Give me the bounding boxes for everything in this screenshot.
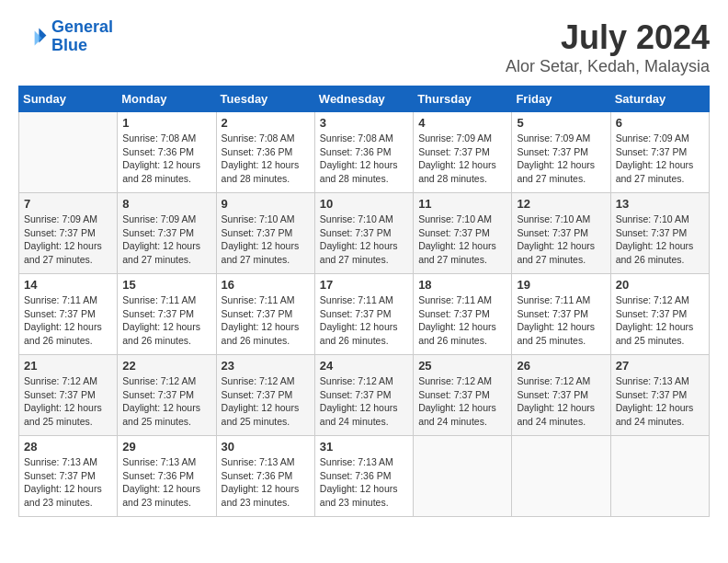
day-number: 2 [222,116,310,130]
day-number: 7 [24,197,112,211]
day-info: Sunrise: 7:09 AM Sunset: 7:37 PM Dayligh… [24,213,112,267]
day-number: 26 [517,359,605,373]
calendar-cell: 5Sunrise: 7:09 AM Sunset: 7:37 PM Daylig… [512,112,610,193]
day-number: 27 [616,359,704,373]
calendar-day-header: Tuesday [216,86,314,112]
calendar-day-header: Saturday [610,86,709,112]
day-info: Sunrise: 7:12 AM Sunset: 7:37 PM Dayligh… [616,293,704,348]
calendar-header-row: SundayMondayTuesdayWednesdayThursdayFrid… [19,86,710,112]
calendar-cell: 14Sunrise: 7:11 AM Sunset: 7:37 PM Dayli… [19,274,118,355]
day-number: 4 [418,116,506,130]
day-number: 20 [616,278,704,292]
calendar-cell: 3Sunrise: 7:08 AM Sunset: 7:36 PM Daylig… [314,112,413,193]
day-info: Sunrise: 7:12 AM Sunset: 7:37 PM Dayligh… [24,374,112,429]
day-number: 23 [222,359,310,373]
logo: General Blue [18,18,113,55]
calendar-cell: 26Sunrise: 7:12 AM Sunset: 7:37 PM Dayli… [512,355,610,436]
calendar-cell: 23Sunrise: 7:12 AM Sunset: 7:37 PM Dayli… [216,355,314,436]
calendar-cell [19,112,118,193]
day-info: Sunrise: 7:08 AM Sunset: 7:36 PM Dayligh… [320,132,408,186]
day-info: Sunrise: 7:12 AM Sunset: 7:37 PM Dayligh… [418,374,506,429]
logo-icon [18,22,48,52]
calendar-cell: 7Sunrise: 7:09 AM Sunset: 7:37 PM Daylig… [19,193,118,274]
day-info: Sunrise: 7:11 AM Sunset: 7:37 PM Dayligh… [320,293,408,348]
day-info: Sunrise: 7:11 AM Sunset: 7:37 PM Dayligh… [222,293,310,348]
logo-text: General Blue [51,18,113,55]
day-info: Sunrise: 7:12 AM Sunset: 7:37 PM Dayligh… [122,374,210,429]
day-info: Sunrise: 7:11 AM Sunset: 7:37 PM Dayligh… [24,293,112,348]
day-number: 5 [517,116,605,130]
day-info: Sunrise: 7:10 AM Sunset: 7:37 PM Dayligh… [616,213,704,267]
calendar-cell: 21Sunrise: 7:12 AM Sunset: 7:37 PM Dayli… [19,355,118,436]
page-header: General Blue July 2024 Alor Setar, Kedah… [18,18,710,76]
day-info: Sunrise: 7:11 AM Sunset: 7:37 PM Dayligh… [517,293,605,348]
calendar-cell: 24Sunrise: 7:12 AM Sunset: 7:37 PM Dayli… [314,355,413,436]
calendar-cell [610,436,709,517]
calendar-week-row: 14Sunrise: 7:11 AM Sunset: 7:37 PM Dayli… [19,274,710,355]
day-number: 3 [320,116,408,130]
day-info: Sunrise: 7:10 AM Sunset: 7:37 PM Dayligh… [320,213,408,267]
day-number: 19 [517,278,605,292]
calendar-table: SundayMondayTuesdayWednesdayThursdayFrid… [18,86,710,517]
calendar-cell: 6Sunrise: 7:09 AM Sunset: 7:37 PM Daylig… [610,112,709,193]
day-number: 31 [320,440,408,454]
calendar-cell: 20Sunrise: 7:12 AM Sunset: 7:37 PM Dayli… [610,274,709,355]
day-number: 10 [320,197,408,211]
day-number: 15 [122,278,210,292]
day-number: 28 [24,440,112,454]
day-number: 30 [222,440,310,454]
calendar-cell: 31Sunrise: 7:13 AM Sunset: 7:36 PM Dayli… [314,436,413,517]
day-number: 13 [616,197,704,211]
day-info: Sunrise: 7:10 AM Sunset: 7:37 PM Dayligh… [517,213,605,267]
day-info: Sunrise: 7:13 AM Sunset: 7:36 PM Dayligh… [122,455,210,510]
title-block: July 2024 Alor Setar, Kedah, Malaysia [506,18,710,76]
day-number: 21 [24,359,112,373]
day-number: 17 [320,278,408,292]
calendar-cell: 16Sunrise: 7:11 AM Sunset: 7:37 PM Dayli… [216,274,314,355]
day-info: Sunrise: 7:10 AM Sunset: 7:37 PM Dayligh… [222,213,310,267]
day-number: 1 [122,116,210,130]
day-info: Sunrise: 7:09 AM Sunset: 7:37 PM Dayligh… [616,132,704,186]
day-number: 24 [320,359,408,373]
day-info: Sunrise: 7:13 AM Sunset: 7:36 PM Dayligh… [222,455,310,510]
day-info: Sunrise: 7:13 AM Sunset: 7:37 PM Dayligh… [616,374,704,429]
day-info: Sunrise: 7:08 AM Sunset: 7:36 PM Dayligh… [222,132,310,186]
day-number: 18 [418,278,506,292]
day-number: 22 [122,359,210,373]
calendar-cell: 27Sunrise: 7:13 AM Sunset: 7:37 PM Dayli… [610,355,709,436]
calendar-cell: 22Sunrise: 7:12 AM Sunset: 7:37 PM Dayli… [118,355,216,436]
day-info: Sunrise: 7:11 AM Sunset: 7:37 PM Dayligh… [122,293,210,348]
calendar-cell: 10Sunrise: 7:10 AM Sunset: 7:37 PM Dayli… [314,193,413,274]
calendar-day-header: Wednesday [314,86,413,112]
calendar-cell: 2Sunrise: 7:08 AM Sunset: 7:36 PM Daylig… [216,112,314,193]
calendar-cell: 25Sunrise: 7:12 AM Sunset: 7:37 PM Dayli… [414,355,512,436]
calendar-cell: 18Sunrise: 7:11 AM Sunset: 7:37 PM Dayli… [414,274,512,355]
day-number: 12 [517,197,605,211]
day-number: 8 [122,197,210,211]
day-number: 11 [418,197,506,211]
day-info: Sunrise: 7:12 AM Sunset: 7:37 PM Dayligh… [517,374,605,429]
day-number: 6 [616,116,704,130]
calendar-week-row: 28Sunrise: 7:13 AM Sunset: 7:37 PM Dayli… [19,436,710,517]
day-info: Sunrise: 7:09 AM Sunset: 7:37 PM Dayligh… [418,132,506,186]
calendar-week-row: 21Sunrise: 7:12 AM Sunset: 7:37 PM Dayli… [19,355,710,436]
calendar-cell: 17Sunrise: 7:11 AM Sunset: 7:37 PM Dayli… [314,274,413,355]
calendar-day-header: Thursday [414,86,512,112]
calendar-cell: 28Sunrise: 7:13 AM Sunset: 7:37 PM Dayli… [19,436,118,517]
calendar-day-header: Sunday [19,86,118,112]
calendar-week-row: 7Sunrise: 7:09 AM Sunset: 7:37 PM Daylig… [19,193,710,274]
calendar-cell: 1Sunrise: 7:08 AM Sunset: 7:36 PM Daylig… [118,112,216,193]
calendar-cell: 19Sunrise: 7:11 AM Sunset: 7:37 PM Dayli… [512,274,610,355]
svg-marker-0 [39,28,46,42]
calendar-cell: 11Sunrise: 7:10 AM Sunset: 7:37 PM Dayli… [414,193,512,274]
calendar-day-header: Friday [512,86,610,112]
day-number: 29 [122,440,210,454]
day-info: Sunrise: 7:12 AM Sunset: 7:37 PM Dayligh… [320,374,408,429]
day-info: Sunrise: 7:08 AM Sunset: 7:36 PM Dayligh… [122,132,210,186]
day-number: 14 [24,278,112,292]
calendar-cell: 9Sunrise: 7:10 AM Sunset: 7:37 PM Daylig… [216,193,314,274]
day-number: 25 [418,359,506,373]
calendar-cell: 12Sunrise: 7:10 AM Sunset: 7:37 PM Dayli… [512,193,610,274]
day-info: Sunrise: 7:09 AM Sunset: 7:37 PM Dayligh… [122,213,210,267]
day-info: Sunrise: 7:11 AM Sunset: 7:37 PM Dayligh… [418,293,506,348]
